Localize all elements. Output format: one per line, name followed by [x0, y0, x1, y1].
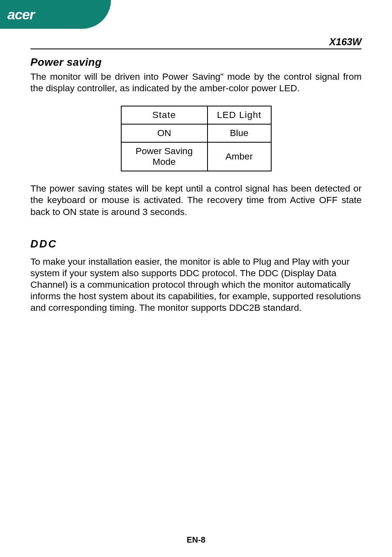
table-header-led: LED Light	[208, 106, 271, 124]
page-number: EN-8	[0, 535, 392, 545]
acer-logo: acer	[7, 7, 35, 23]
ddc-body-text: To make your installation easier, the mo…	[30, 256, 362, 314]
model-number: X163W	[329, 36, 362, 48]
table-cell-state: Power Saving Mode	[121, 142, 208, 171]
table-row: ON Blue	[121, 124, 271, 142]
section-heading-ddc: DDC	[30, 238, 362, 250]
table-cell-led: Blue	[208, 124, 271, 142]
header-divider	[30, 49, 362, 49]
section-heading-power-saving: Power saving	[30, 56, 362, 69]
table-header-row: State LED Light	[121, 106, 271, 124]
table-cell-state: ON	[121, 124, 208, 142]
power-state-table: State LED Light ON Blue Power Saving Mod…	[121, 106, 272, 171]
table-header-state: State	[121, 106, 208, 124]
power-saving-outro-text: The power saving states will be kept unt…	[30, 183, 362, 217]
table-cell-led: Amber	[208, 142, 271, 171]
table-row: Power Saving Mode Amber	[121, 142, 271, 171]
power-saving-intro-text: The monitor will be driven into Power Sa…	[30, 71, 362, 94]
page-content: Power saving The monitor will be driven …	[30, 56, 362, 314]
brand-corner-badge: acer	[0, 0, 111, 29]
